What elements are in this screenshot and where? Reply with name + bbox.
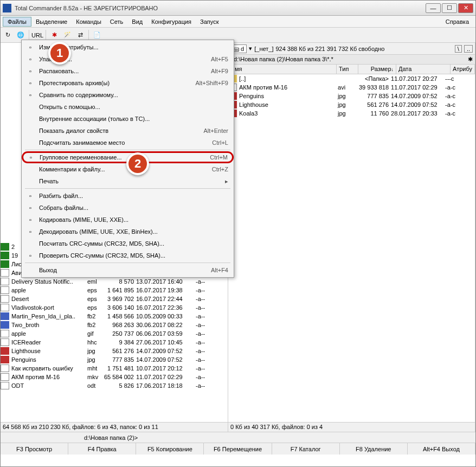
cmdline-prompt: d:\Новая папка (2)> bbox=[3, 434, 138, 441]
xls-icon bbox=[1, 243, 9, 251]
menu-label: Открыть с помощью... bbox=[36, 104, 228, 110]
file-row[interactable]: Lighthouse jpg 561 276 14.07.2009 07:52 … bbox=[228, 100, 475, 109]
hdr-type[interactable]: Тип bbox=[337, 65, 358, 74]
titlebar: Total Commander 8.52a - НЕ ЗАРЕГИСТРИРОВ… bbox=[1, 1, 475, 16]
doc-icon bbox=[1, 295, 9, 303]
file-date: 14.07.2009 07:52 bbox=[135, 348, 195, 354]
menu-start[interactable]: Запуск bbox=[196, 17, 223, 26]
file-size: <Папка> bbox=[353, 75, 390, 82]
file-row[interactable]: Martin_Pesn_lda_i_pla.. fb2 1 458 566 10… bbox=[1, 312, 228, 321]
menu-label: Комментарии к файлу... bbox=[36, 166, 212, 172]
menu-item[interactable]: Печать ▸ bbox=[23, 175, 233, 187]
menu-item[interactable]: ▫ Сравнить по содержимому... bbox=[23, 89, 233, 101]
file-row[interactable]: ODT odt 5 826 17.06.2017 18:18 -a-- bbox=[1, 381, 228, 390]
up-button[interactable]: .. bbox=[464, 45, 473, 53]
file-name: Penguins bbox=[10, 356, 86, 363]
fkey-f8[interactable]: F8 Удаление bbox=[340, 443, 408, 455]
file-attr: -a-c bbox=[444, 110, 456, 117]
fkey-f7[interactable]: F7 Каталог bbox=[272, 443, 340, 455]
file-row[interactable]: Desert eps 3 969 702 16.07.2017 22:44 -a… bbox=[1, 295, 228, 303]
right-drive-bar: 🖴 d ▾ [_нет_] 924 388 Кб из 221 391 732 … bbox=[228, 43, 475, 55]
menu-label: Проверить CRC-суммы (CRC32, MD5, SHA)... bbox=[36, 252, 228, 259]
command-line[interactable]: d:\Новая папка (2)> bbox=[1, 432, 475, 443]
menu-shortcut: ▸ bbox=[225, 178, 230, 185]
menu-separator bbox=[25, 263, 230, 263]
maximize-button[interactable]: ☐ bbox=[442, 3, 457, 13]
right-file-list[interactable]: [..] <Папка> 11.07.2017 20:27 ---c АКМ п… bbox=[228, 74, 475, 422]
file-row[interactable]: Koala3 jpg 11 760 28.01.2017 20:33 -a-c bbox=[228, 109, 475, 118]
file-size: 65 584 002 bbox=[102, 374, 135, 380]
file-row[interactable]: [..] <Папка> 11.07.2017 20:27 ---c bbox=[228, 74, 475, 83]
doc-icon bbox=[1, 278, 9, 285]
file-row[interactable]: apple eps 1 641 895 16.07.2017 19:38 -a-… bbox=[1, 286, 228, 295]
doc-icon bbox=[1, 338, 9, 346]
file-row[interactable]: АКМ против М-16 mkv 65 584 002 11.07.201… bbox=[1, 373, 228, 381]
hdr-size[interactable]: Размер↓ bbox=[358, 65, 396, 74]
fkey-f4[interactable]: F4 Правка bbox=[68, 443, 136, 455]
menu-selection[interactable]: Выделение bbox=[31, 17, 72, 26]
menu-label: Внутренние ассоциации (только в TC)... bbox=[36, 116, 228, 122]
menu-item[interactable]: ▫ Кодировать (MIME, UUE, XXE)... bbox=[23, 214, 233, 226]
file-row[interactable]: Как исправить ошибку mht 1 751 481 10.07… bbox=[1, 364, 228, 373]
fkey-f6[interactable]: F6 Перемещение bbox=[204, 443, 272, 455]
file-attr: -a-- bbox=[195, 348, 206, 354]
file-size: 968 263 bbox=[102, 322, 135, 328]
menu-item[interactable]: ▫ Проверить CRC-суммы (CRC32, MD5, SHA).… bbox=[23, 250, 233, 261]
history-button[interactable]: ✱ bbox=[468, 56, 473, 63]
menu-item[interactable]: Подсчитать занимаемое место Ctrl+L bbox=[23, 137, 233, 149]
file-attr: ---c bbox=[444, 75, 455, 82]
menu-net[interactable]: Сеть bbox=[106, 17, 127, 26]
hdr-attr[interactable]: Атрибу bbox=[451, 65, 475, 74]
file-row[interactable]: Two_broth fb2 968 263 30.06.2017 08:22 -… bbox=[1, 321, 228, 329]
file-row[interactable]: Lighthouse jpg 561 276 14.07.2009 07:52 … bbox=[1, 347, 228, 355]
menu-item[interactable]: Посчитать CRC-суммы (CRC32, MD5, SHA)... bbox=[23, 238, 233, 250]
function-keys: F3 Просмотр F4 Правка F5 Копирование F6 … bbox=[1, 443, 475, 455]
menu-config[interactable]: Конфигурация bbox=[147, 17, 196, 26]
file-type: fb2 bbox=[86, 322, 102, 328]
file-type: jpg bbox=[337, 101, 353, 108]
file-name: Martin_Pesn_lda_i_pla.. bbox=[10, 313, 86, 319]
file-name: Lighthouse bbox=[10, 348, 86, 354]
menu-help[interactable]: Справка bbox=[441, 17, 473, 26]
right-path[interactable]: d:\Новая папка (2)\Новая папка 3\*.* bbox=[234, 56, 468, 63]
refresh-icon[interactable]: ↻ bbox=[2, 29, 14, 41]
menu-files[interactable]: Файлы bbox=[3, 17, 31, 27]
hdr-name[interactable]: Имя bbox=[228, 65, 337, 74]
gif-icon bbox=[1, 330, 9, 337]
fkey-f3[interactable]: F3 Просмотр bbox=[1, 443, 68, 455]
menu-item[interactable]: ▫ Протестировать архив(ы) Alt+Shift+F9 bbox=[23, 77, 233, 89]
menu-item[interactable]: ▫ Декодировать (MIME, UUE, XXE, BinHex).… bbox=[23, 226, 233, 238]
menu-item[interactable]: Внутренние ассоциации (только в TC)... bbox=[23, 113, 233, 125]
menu-item[interactable]: Показать диалог свойств Alt+Enter bbox=[23, 125, 233, 137]
file-row[interactable]: Delivery Status Notific.. eml 8 570 13.0… bbox=[1, 277, 228, 286]
menu-item[interactable]: Выход Alt+F4 bbox=[23, 264, 233, 276]
menu-item[interactable]: ▫ Распаковать... Alt+F9 bbox=[23, 65, 233, 77]
menu-item[interactable]: ▫ Разбить файл... bbox=[23, 190, 233, 202]
file-row[interactable]: Penguins jpg 777 835 14.07.2009 07:52 -a… bbox=[228, 92, 475, 100]
menu-label: Выход bbox=[36, 267, 211, 273]
file-row[interactable]: Vladivostok-port eps 3 606 140 16.07.201… bbox=[1, 303, 228, 312]
file-name: [..] bbox=[238, 75, 337, 82]
fkey-altf4[interactable]: Alt+F4 Выход bbox=[408, 443, 475, 455]
minimize-button[interactable]: ― bbox=[426, 3, 441, 13]
menu-item[interactable]: ▫ Собрать файлы... bbox=[23, 202, 233, 214]
menu-view[interactable]: Вид bbox=[127, 17, 147, 26]
hdr-date[interactable]: Дата bbox=[396, 65, 451, 74]
menu-item[interactable]: Открыть с помощью... bbox=[23, 101, 233, 113]
callout-2: 2 bbox=[126, 152, 149, 175]
file-row[interactable]: ICEReader hhc 9 384 27.06.2017 10:45 -a-… bbox=[1, 338, 228, 347]
split-icon: ▫ bbox=[25, 193, 36, 199]
chevron-down-icon[interactable]: ▾ bbox=[249, 45, 252, 52]
file-size: 3 606 140 bbox=[102, 304, 135, 311]
root-button[interactable]: \ bbox=[455, 45, 462, 53]
file-row[interactable]: АКМ против М-16 avi 39 933 818 11.07.201… bbox=[228, 83, 475, 92]
menu-label: Сравнить по содержимому... bbox=[36, 92, 228, 98]
menu-separator bbox=[25, 150, 230, 150]
file-attr: -a-- bbox=[195, 304, 206, 311]
menu-commands[interactable]: Команды bbox=[72, 17, 106, 26]
file-row[interactable]: apple gif 250 737 06.06.2017 03:59 -a-- bbox=[1, 329, 228, 338]
close-button[interactable]: ✕ bbox=[458, 3, 473, 13]
sort-arrow-icon: ↓ bbox=[391, 67, 394, 72]
fkey-f5[interactable]: F5 Копирование bbox=[136, 443, 204, 455]
file-row[interactable]: Penguins jpg 777 835 14.07.2009 07:52 -a… bbox=[1, 355, 228, 364]
